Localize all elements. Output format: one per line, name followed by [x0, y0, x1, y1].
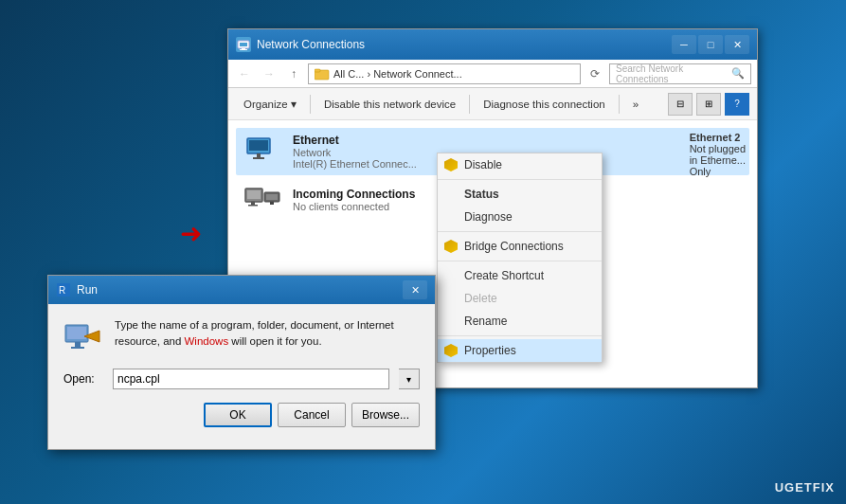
run-title-icon: R [56, 282, 71, 297]
context-menu: Disable Status Diagnose Bridge Connectio… [437, 153, 603, 363]
ethernet2-name: Ethernet 2 [690, 132, 746, 143]
titlebar-left: Network Connections [236, 37, 365, 52]
svg-rect-1 [240, 43, 247, 46]
ctx-sep-3 [438, 261, 602, 261]
run-input-field[interactable] [113, 369, 389, 389]
run-windows-highlight: Windows [185, 335, 229, 347]
search-placeholder: Search Network Connections [616, 63, 731, 84]
shield-properties-icon [443, 343, 459, 358]
shield-bridge-icon [443, 239, 459, 254]
up-button[interactable]: ↑ [283, 63, 304, 84]
ctx-bridge[interactable]: Bridge Connections [438, 235, 602, 258]
svg-rect-16 [270, 202, 274, 205]
run-dialog: R Run ✕ Type the name of a program, fold… [47, 275, 436, 450]
ctx-disable[interactable]: Disable [438, 153, 602, 176]
view-button-1[interactable]: ⊟ [668, 93, 693, 116]
minimize-button[interactable]: ─ [672, 35, 696, 54]
run-buttons: OK Cancel Browse... [63, 403, 420, 427]
ctx-diagnose[interactable]: Diagnose [438, 206, 602, 228]
svg-rect-8 [257, 153, 261, 157]
run-title-left: R Run [56, 282, 98, 297]
search-box[interactable]: Search Network Connections 🔍 [609, 63, 751, 84]
titlebar-controls: ─ □ ✕ [672, 35, 749, 54]
run-titlebar: R Run ✕ [48, 276, 435, 304]
ethernet2-status2: in Etherne... [690, 154, 746, 166]
network-window-title: Network Connections [257, 38, 365, 51]
run-browse-button[interactable]: Browse... [351, 403, 420, 427]
run-open-label: Open: [63, 372, 103, 386]
run-description: Type the name of a program, folder, docu… [115, 317, 420, 351]
close-button[interactable]: ✕ [725, 35, 749, 54]
ctx-delete: Delete [438, 287, 602, 310]
ctx-sep-2 [438, 231, 602, 232]
ethernet2-status3: Only [690, 166, 746, 177]
address-text: All C... › Network Connect... [333, 68, 462, 80]
svg-rect-20 [67, 327, 86, 339]
ethernet-icon [243, 136, 281, 167]
svg-rect-22 [71, 347, 84, 349]
shield-disable-icon [443, 157, 459, 172]
address-bar: ← → ↑ All C... › Network Connect... ⟳ Se… [228, 60, 757, 88]
disable-device-button[interactable]: Disable this network device [316, 96, 463, 113]
svg-rect-3 [240, 49, 247, 50]
watermark: UGETFIX [775, 480, 835, 495]
ctx-shortcut[interactable]: Create Shortcut [438, 264, 602, 287]
arrow-pointer: ➜ [180, 218, 202, 249]
svg-text:R: R [59, 285, 65, 296]
run-logo [63, 317, 101, 355]
svg-rect-7 [249, 140, 268, 151]
run-content: Type the name of a program, folder, docu… [48, 304, 435, 437]
run-dropdown-button[interactable]: ▾ [399, 369, 420, 389]
run-cancel-button[interactable]: Cancel [278, 403, 346, 427]
address-path[interactable]: All C... › Network Connect... [308, 63, 581, 84]
run-top: Type the name of a program, folder, docu… [63, 317, 420, 355]
search-icon: 🔍 [731, 67, 745, 80]
ethernet2-status1: Not plugged [690, 143, 746, 154]
run-input-row: Open: ▾ [63, 369, 420, 389]
ctx-properties[interactable]: Properties [438, 339, 602, 362]
help-button[interactable]: ? [725, 93, 749, 116]
ctx-sep-4 [438, 335, 602, 336]
ctx-status[interactable]: Status [438, 183, 602, 206]
organize-button[interactable]: Organize ▾ [236, 95, 304, 114]
run-description-text2: will open it for you. [228, 335, 321, 347]
more-button[interactable]: » [625, 96, 646, 113]
svg-rect-5 [315, 69, 320, 72]
run-ok-button[interactable]: OK [204, 403, 272, 427]
folder-icon [315, 67, 330, 81]
toolbar-separator-3 [619, 95, 620, 114]
run-close-button[interactable]: ✕ [403, 280, 427, 299]
maximize-button[interactable]: □ [698, 35, 723, 54]
svg-rect-21 [75, 342, 81, 347]
back-button[interactable]: ← [234, 63, 255, 84]
toolbar: Organize ▾ Disable this network device D… [228, 88, 757, 120]
run-title: Run [77, 283, 98, 297]
toolbar-separator-2 [469, 95, 470, 114]
ethernet2-partial: Ethernet 2 Not plugged in Etherne... Onl… [686, 128, 749, 181]
forward-button[interactable]: → [259, 63, 279, 84]
svg-rect-13 [248, 205, 258, 207]
svg-rect-12 [251, 202, 255, 205]
ethernet-name: Ethernet [293, 134, 742, 147]
incoming-icon [243, 185, 281, 215]
svg-rect-11 [247, 190, 261, 199]
network-window-titlebar: Network Connections ─ □ ✕ [228, 29, 757, 60]
svg-rect-15 [266, 194, 278, 200]
ctx-rename[interactable]: Rename [438, 310, 602, 333]
network-window-icon [236, 37, 251, 52]
view-button-2[interactable]: ⊞ [696, 93, 721, 116]
svg-rect-9 [253, 157, 264, 159]
ctx-sep-1 [438, 179, 602, 180]
toolbar-separator-1 [310, 95, 311, 114]
refresh-button[interactable]: ⟳ [585, 63, 605, 84]
diagnose-button[interactable]: Diagnose this connection [476, 96, 613, 113]
